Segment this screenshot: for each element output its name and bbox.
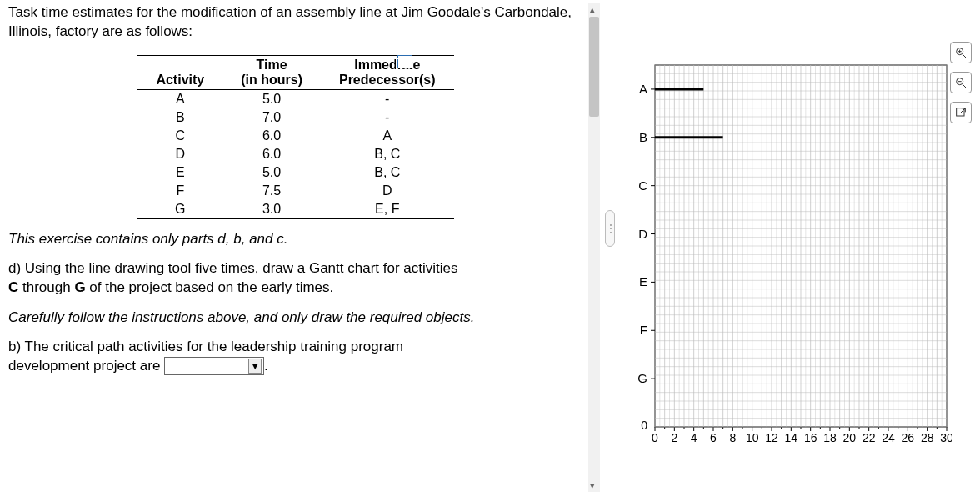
scroll-down-icon[interactable]: ▾ [590, 480, 595, 491]
scroll-thumb[interactable] [589, 17, 599, 117]
svg-text:D: D [638, 227, 648, 241]
table-row: B7.0- [138, 108, 453, 127]
svg-text:C: C [638, 178, 648, 193]
svg-text:0: 0 [641, 419, 648, 432]
svg-text:16: 16 [804, 431, 818, 444]
activity-table: Activity Time(in hours) ImmediatePredece… [138, 55, 453, 219]
svg-text:6: 6 [710, 431, 717, 444]
svg-text:4: 4 [691, 431, 698, 444]
intro-text: Task time estimates for the modification… [8, 3, 583, 42]
zoom-out-button[interactable] [950, 72, 972, 93]
col-time: Time(in hours) [222, 55, 321, 89]
svg-text:G: G [638, 371, 648, 385]
svg-rect-7 [957, 108, 964, 116]
zoom-in-icon [954, 46, 968, 59]
svg-text:28: 28 [921, 431, 934, 444]
scroll-up-icon[interactable]: ▴ [590, 4, 595, 15]
svg-text:A: A [639, 82, 648, 96]
panel-resize-handle[interactable]: ⋮ [605, 210, 615, 247]
left-scrollbar[interactable]: ▴ ▾ [588, 3, 600, 492]
chevron-down-icon: ▼ [248, 359, 262, 374]
svg-text:24: 24 [882, 431, 895, 444]
table-row: F7.5D [138, 182, 453, 200]
svg-text:2: 2 [671, 431, 678, 444]
fullscreen-button[interactable] [950, 102, 972, 123]
care-note: Carefully follow the instructions above,… [8, 309, 583, 326]
svg-line-5 [962, 84, 966, 88]
svg-text:10: 10 [746, 431, 759, 444]
svg-text:18: 18 [823, 431, 837, 444]
svg-text:B: B [639, 130, 648, 144]
svg-text:26: 26 [902, 431, 915, 444]
critical-path-select[interactable]: ▼ [164, 357, 264, 375]
svg-line-1 [962, 54, 966, 58]
table-row: C6.0A [138, 127, 453, 145]
svg-text:12: 12 [765, 431, 778, 444]
part-b-prompt: b) The critical path activities for the … [8, 338, 583, 376]
gantt-chart-canvas[interactable]: ABCDEFG0024681012141618202224262830 [632, 63, 952, 447]
svg-text:30: 30 [940, 431, 952, 444]
part-d-prompt: d) Using the line drawing tool five time… [8, 259, 583, 298]
svg-text:F: F [640, 323, 648, 337]
table-row: E5.0B, C [138, 163, 453, 182]
table-row: G3.0E, F [138, 200, 453, 219]
svg-text:8: 8 [729, 431, 736, 444]
col-activity: Activity [138, 55, 222, 89]
svg-text:14: 14 [785, 431, 798, 444]
svg-text:E: E [639, 274, 648, 289]
svg-text:22: 22 [862, 431, 876, 444]
popout-table-icon[interactable] [398, 55, 412, 68]
svg-text:0: 0 [652, 431, 658, 444]
exercise-scope-note: This exercise contains only parts d, b, … [8, 231, 583, 248]
svg-text:20: 20 [843, 431, 857, 444]
zoom-in-button[interactable] [950, 42, 972, 63]
col-pred: ImmediatePredecessor(s) [321, 55, 454, 89]
table-row: A5.0- [138, 89, 453, 108]
external-icon [954, 106, 968, 119]
table-row: D6.0B, C [138, 145, 453, 163]
zoom-out-icon [954, 76, 968, 89]
